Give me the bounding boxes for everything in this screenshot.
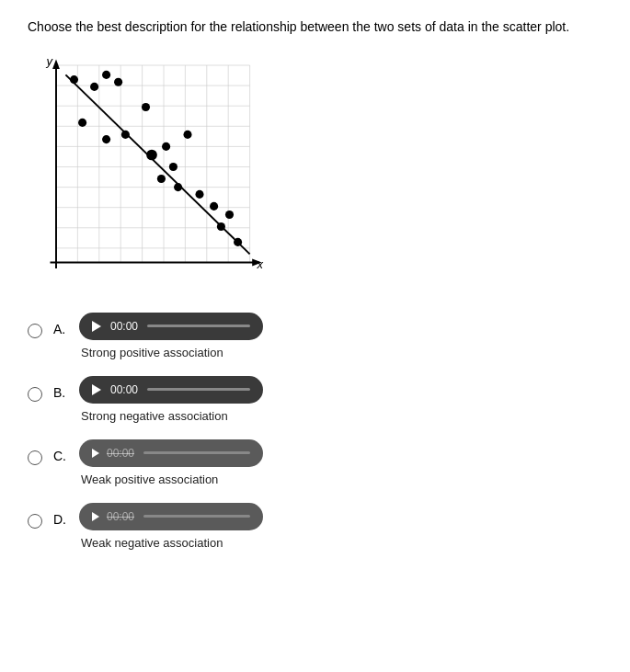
svg-point-42 bbox=[195, 189, 203, 198]
svg-point-45 bbox=[225, 211, 234, 219]
time-label-a: 00:00 bbox=[110, 320, 138, 333]
option-a-content: 00:00 Strong positive association bbox=[79, 313, 263, 359]
svg-point-44 bbox=[217, 222, 225, 231]
time-label-b: 00:00 bbox=[110, 383, 138, 396]
option-b-description: Strong negative association bbox=[81, 409, 263, 423]
svg-point-33 bbox=[142, 103, 150, 111]
options-list: A. 00:00 Strong positive association B. … bbox=[28, 313, 602, 550]
radio-c[interactable] bbox=[28, 450, 42, 465]
progress-bar-c bbox=[143, 451, 250, 454]
progress-bar-b bbox=[147, 388, 250, 391]
option-a-description: Strong positive association bbox=[81, 346, 263, 359]
option-b-letter: B. bbox=[53, 385, 70, 400]
svg-text:x: x bbox=[256, 257, 263, 271]
radio-d[interactable] bbox=[28, 514, 42, 529]
option-c-content: 00:00 Weak positive association bbox=[79, 439, 263, 486]
svg-point-34 bbox=[102, 135, 110, 143]
svg-point-46 bbox=[234, 237, 242, 245]
svg-point-37 bbox=[162, 142, 170, 150]
option-c-letter: C. bbox=[53, 449, 70, 463]
option-d[interactable]: D. 00:00 Weak negative association bbox=[28, 503, 602, 550]
svg-marker-23 bbox=[52, 59, 60, 68]
svg-text:y: y bbox=[46, 54, 54, 68]
svg-point-43 bbox=[210, 201, 218, 210]
svg-point-38 bbox=[169, 163, 178, 171]
progress-bar-a bbox=[147, 325, 250, 327]
option-c[interactable]: C. 00:00 Weak positive association bbox=[28, 439, 602, 486]
svg-point-40 bbox=[157, 175, 166, 183]
option-d-letter: D. bbox=[53, 512, 70, 527]
time-label-c: 00:00 bbox=[107, 447, 134, 460]
radio-a[interactable] bbox=[28, 324, 42, 338]
svg-point-30 bbox=[102, 70, 110, 78]
progress-bar-d bbox=[143, 515, 250, 518]
option-b[interactable]: B. 00:00 Strong negative association bbox=[28, 376, 602, 423]
audio-player-a[interactable]: 00:00 bbox=[79, 313, 263, 340]
svg-point-31 bbox=[114, 77, 122, 85]
option-c-description: Weak positive association bbox=[81, 473, 263, 486]
option-a-letter: A. bbox=[53, 322, 70, 336]
audio-player-b[interactable]: 00:00 bbox=[79, 376, 263, 404]
svg-point-36 bbox=[146, 149, 157, 160]
option-b-content: 00:00 Strong negative association bbox=[79, 376, 263, 423]
svg-point-41 bbox=[174, 183, 182, 191]
option-d-description: Weak negative association bbox=[81, 536, 263, 550]
question-text: Choose the best description for the rela… bbox=[28, 18, 602, 37]
scatter-plot: y x bbox=[28, 53, 276, 292]
audio-player-d[interactable]: 00:00 bbox=[79, 503, 263, 530]
play-icon-d bbox=[92, 512, 99, 521]
svg-point-28 bbox=[70, 75, 78, 84]
play-icon-b bbox=[92, 384, 101, 395]
svg-point-32 bbox=[78, 118, 86, 126]
option-a[interactable]: A. 00:00 Strong positive association bbox=[28, 313, 602, 359]
svg-point-35 bbox=[121, 130, 130, 138]
scatter-plot-container: y x bbox=[28, 53, 602, 292]
radio-b[interactable] bbox=[28, 387, 42, 402]
svg-point-39 bbox=[183, 130, 191, 138]
play-icon-c bbox=[92, 449, 99, 458]
svg-point-29 bbox=[90, 82, 98, 90]
audio-player-c[interactable]: 00:00 bbox=[79, 439, 263, 467]
time-label-d: 00:00 bbox=[107, 510, 134, 523]
play-icon-a bbox=[92, 321, 101, 332]
option-d-content: 00:00 Weak negative association bbox=[79, 503, 263, 550]
